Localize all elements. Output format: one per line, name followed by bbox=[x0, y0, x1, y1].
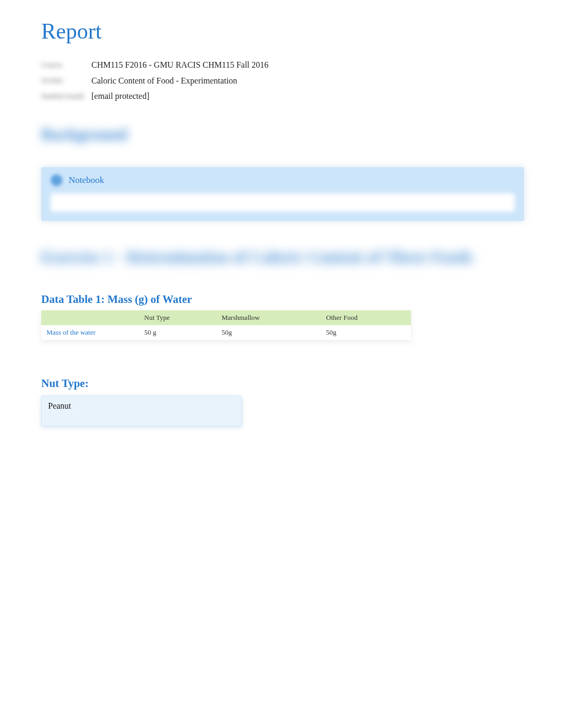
meta-row: Section Caloric Content of Food - Experi… bbox=[41, 73, 524, 89]
table-header: Nut Type bbox=[139, 310, 217, 325]
meta-label: Course bbox=[41, 59, 91, 71]
nut-type-field-wrap[interactable] bbox=[41, 395, 242, 426]
nut-type-label: Nut Type: bbox=[41, 377, 524, 390]
meta-label: Student Email bbox=[41, 90, 91, 103]
notebook-icon bbox=[51, 174, 62, 186]
meta-value: CHM115 F2016 - GMU RACIS CHM115 Fall 201… bbox=[91, 57, 268, 73]
exercise-heading: Exercise 1 - Determination of Caloric Co… bbox=[41, 245, 524, 270]
report-meta: Course CHM115 F2016 - GMU RACIS CHM115 F… bbox=[41, 57, 524, 104]
data-table-1: Nut Type Marshmallow Other Food Mass of … bbox=[41, 310, 411, 340]
table-row: Mass of the water 50 g 50g 50g bbox=[41, 325, 411, 340]
notebook-card: Notebook bbox=[41, 167, 524, 221]
meta-value: [email protected] bbox=[91, 88, 149, 104]
meta-row: Student Email [email protected] bbox=[41, 88, 524, 104]
table-cell: 50g bbox=[217, 325, 321, 340]
meta-value: Caloric Content of Food - Experimentatio… bbox=[91, 73, 237, 89]
table-cell: 50g bbox=[321, 325, 411, 340]
table-header bbox=[41, 310, 139, 325]
table-header: Other Food bbox=[321, 310, 411, 325]
notebook-input[interactable] bbox=[51, 193, 515, 211]
table-caption: Data Table 1: Mass (g) of Water bbox=[41, 293, 524, 306]
meta-row: Course CHM115 F2016 - GMU RACIS CHM115 F… bbox=[41, 57, 524, 73]
background-heading: Background bbox=[41, 125, 524, 143]
table-row-label: Mass of the water bbox=[41, 325, 139, 340]
meta-label: Section bbox=[41, 74, 91, 87]
notebook-title: Notebook bbox=[69, 175, 104, 186]
table-cell: 50 g bbox=[139, 325, 217, 340]
nut-type-input[interactable] bbox=[48, 401, 235, 411]
page-title: Report bbox=[41, 19, 524, 44]
table-header: Marshmallow bbox=[217, 310, 321, 325]
notebook-header: Notebook bbox=[51, 174, 515, 186]
